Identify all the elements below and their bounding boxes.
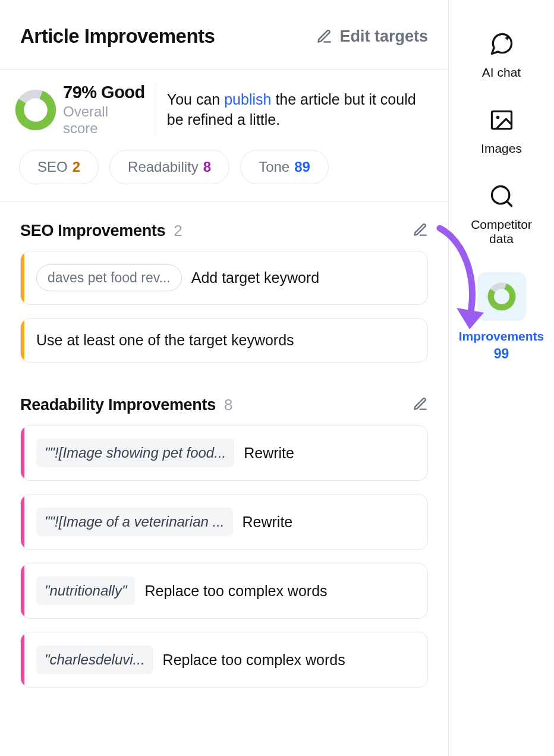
sidebar-item-images[interactable]: Images (449, 106, 554, 156)
readability-section-count: 8 (224, 396, 232, 414)
chip-readability-label: Readability (128, 159, 199, 175)
score-blurb-pre: You can (167, 91, 224, 108)
improvements-ring-wrap (477, 272, 526, 321)
quote-text: "charlesdeluvi... (36, 645, 153, 674)
score-value: 79% Good (63, 83, 145, 102)
svg-rect-2 (492, 111, 511, 128)
chip-readability-value: 8 (203, 159, 211, 175)
seo-section-count: 2 (174, 222, 182, 240)
readability-section-title: Readability Improvements (20, 396, 216, 414)
readability-section: Readability Improvements 8 ""![Image sho… (0, 376, 448, 688)
search-icon (487, 182, 516, 210)
chip-tone-label: Tone (259, 159, 289, 175)
image-icon (487, 106, 516, 134)
pencil-icon (316, 29, 332, 45)
seo-card-1[interactable]: daves pet food rev... Add target keyword (20, 251, 428, 305)
svg-point-3 (496, 116, 499, 119)
quote-text: ""![Image of a veterinarian ... (36, 508, 233, 536)
readability-edit-button[interactable] (413, 396, 428, 414)
sidebar: AI chat Images Competitor data (449, 0, 554, 756)
seo-edit-button[interactable] (413, 222, 428, 240)
score-subtitle: Overall score (63, 103, 145, 137)
readability-card-2[interactable]: ""![Image of a veterinarian ... Rewrite (20, 494, 428, 550)
quote-text: ""![Image showing pet food... (36, 439, 234, 467)
edit-targets-button[interactable]: Edit targets (316, 27, 428, 46)
chip-seo-value: 2 (73, 159, 80, 175)
improvements-count: 99 (459, 345, 544, 363)
seo-card-1-text: Add target keyword (191, 269, 319, 286)
readability-card-4[interactable]: "charlesdeluvi... Replace too complex wo… (20, 632, 428, 688)
score-blurb: You can publish the article but it could… (156, 90, 434, 130)
seo-card-2[interactable]: Use at least one of the target keywords (20, 318, 428, 363)
chip-tone[interactable]: Tone 89 (240, 150, 329, 184)
sidebar-label: Improvements (459, 328, 544, 345)
header: Article Improvements Edit targets (0, 0, 448, 69)
score-section: 79% Good Overall score You can publish t… (0, 69, 448, 201)
improvements-ring-icon (486, 281, 517, 312)
chip-tone-value: 89 (294, 159, 310, 175)
readability-card-4-action: Replace too complex words (163, 651, 345, 669)
sidebar-item-competitor-data[interactable]: Competitor data (449, 182, 554, 246)
readability-card-1-action: Rewrite (244, 445, 294, 462)
page-title: Article Improvements (20, 25, 215, 48)
keyword-pill: daves pet food rev... (36, 264, 182, 291)
quote-text: "nutritionally" (36, 577, 135, 605)
svg-line-5 (506, 201, 511, 206)
seo-section-title: SEO Improvements (20, 222, 165, 240)
seo-card-2-text: Use at least one of the target keywords (36, 332, 294, 349)
seo-section: SEO Improvements 2 daves pet food rev...… (0, 201, 448, 363)
score-ring-icon (14, 89, 57, 131)
sidebar-label: AI chat (482, 65, 521, 80)
readability-card-2-action: Rewrite (243, 514, 293, 531)
readability-card-1[interactable]: ""![Image showing pet food... Rewrite (20, 425, 428, 481)
readability-card-3-action: Replace too complex words (144, 582, 327, 600)
chip-readability[interactable]: Readability 8 (109, 150, 229, 184)
ai-chat-icon (487, 30, 516, 58)
chip-seo-label: SEO (37, 159, 68, 175)
sidebar-item-ai-chat[interactable]: AI chat (449, 30, 554, 80)
sidebar-label: Competitor data (471, 218, 532, 246)
sidebar-item-improvements[interactable]: Improvements 99 (449, 272, 554, 363)
chip-seo[interactable]: SEO 2 (19, 150, 99, 184)
main-panel: Article Improvements Edit targets 79% Go… (0, 0, 449, 756)
publish-link[interactable]: publish (224, 91, 271, 108)
readability-card-3[interactable]: "nutritionally" Replace too complex word… (20, 563, 428, 619)
sidebar-label: Images (481, 141, 522, 156)
edit-targets-label: Edit targets (339, 27, 428, 46)
score-chips: SEO 2 Readability 8 Tone 89 (0, 137, 448, 201)
